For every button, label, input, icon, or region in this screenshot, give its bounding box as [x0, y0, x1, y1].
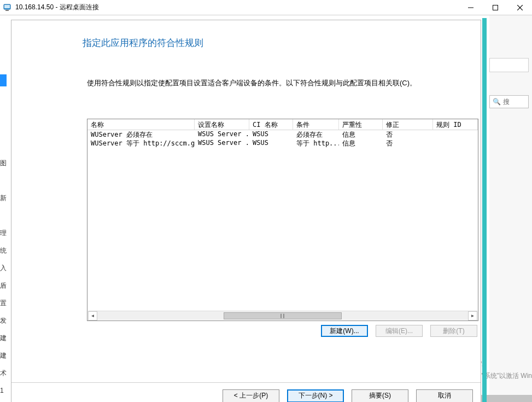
column-header-fix[interactable]: 修正 [383, 119, 433, 130]
column-header-severity[interactable]: 严重性 [339, 119, 383, 130]
scroll-thumb[interactable]: ∥∥ [224, 312, 342, 319]
window-titlebar: 10.168.14.50 - 远程桌面连接 [0, 0, 532, 15]
column-header-ruleid[interactable]: 规则 ID [433, 119, 478, 130]
window-controls [458, 0, 532, 15]
cell-condition: 等于 http... [293, 139, 339, 148]
window-title: 10.168.14.50 - 远程桌面连接 [15, 3, 458, 12]
cell-name: WUServer 等于 http://sccm.g... [87, 139, 195, 148]
wizard-description: 使用符合性规则以指定使配置项目设置适合客户端设备的条件。以下符合性规则与此配置项… [11, 49, 481, 89]
close-button[interactable] [507, 0, 532, 15]
svg-rect-4 [493, 5, 498, 10]
table-row[interactable]: WUServer 必须存在 WSUS Server ... WSUS 必须存在 … [87, 130, 478, 139]
wizard-button-bar: < 上一步(P) 下一步(N) > 摘要(S) 取消 [11, 382, 481, 402]
cell-ruleid [433, 139, 478, 148]
background-panel: 🔍 搜 [489, 15, 532, 402]
rule-buttons-row: 新建(W)... 编辑(E)... 删除(T) [321, 325, 477, 337]
previous-button[interactable]: < 上一步(P) [223, 389, 279, 403]
compliance-rules-wizard: 指定此应用程序的符合性规则 使用符合性规则以指定使配置项目设置适合客户端设备的条… [11, 20, 481, 402]
cancel-button[interactable]: 取消 [416, 389, 473, 403]
cell-ruleid [433, 130, 478, 139]
right-accent-stripe [482, 18, 487, 402]
cell-setting: WSUS Server ... [195, 139, 249, 148]
cell-severity: 信息 [339, 130, 383, 139]
left-clipped-strip: 图新理统入盾置发建建术18 [0, 15, 7, 402]
search-placeholder: 搜 [503, 97, 510, 107]
next-button[interactable]: 下一步(N) > [287, 389, 344, 403]
edit-rule-button[interactable]: 编辑(E)... [376, 325, 423, 337]
cell-condition: 必须存在 [293, 130, 339, 139]
listview-header-row: 名称 设置名称 CI 名称 条件 严重性 修正 规则 ID [87, 119, 478, 130]
cell-setting: WSUS Server ... [195, 130, 249, 139]
column-header-name[interactable]: 名称 [87, 119, 195, 130]
scroll-left-arrow-icon[interactable]: ◄ [88, 311, 97, 321]
summary-button[interactable]: 摘要(S) [352, 389, 408, 403]
cell-name: WUServer 必须存在 [87, 130, 195, 139]
background-search-box[interactable]: 🔍 搜 [489, 95, 529, 108]
column-header-ci[interactable]: CI 名称 [249, 119, 293, 130]
cell-fix: 否 [383, 139, 433, 148]
scroll-track[interactable]: ∥∥ [97, 311, 468, 321]
cell-fix: 否 [383, 130, 433, 139]
svg-rect-1 [4, 5, 10, 8]
rules-listview[interactable]: 名称 设置名称 CI 名称 条件 严重性 修正 规则 ID WUServer 必… [87, 119, 478, 321]
rdp-icon [3, 3, 12, 12]
background-address-fragment [489, 58, 529, 72]
minimize-button[interactable] [458, 0, 483, 15]
listview-horizontal-scrollbar[interactable]: ◄ ∥∥ ► [88, 311, 477, 320]
wizard-title: 指定此应用程序的符合性规则 [11, 20, 481, 49]
svg-rect-2 [5, 10, 9, 11]
column-header-condition[interactable]: 条件 [293, 119, 339, 130]
column-header-setting[interactable]: 设置名称 [195, 119, 249, 130]
cell-ci: WSUS [249, 130, 293, 139]
cell-ci: WSUS [249, 139, 293, 148]
scroll-right-arrow-icon[interactable]: ► [468, 311, 477, 321]
maximize-button[interactable] [483, 0, 507, 15]
delete-rule-button[interactable]: 删除(T) [430, 325, 477, 337]
new-rule-button[interactable]: 新建(W)... [321, 325, 368, 337]
search-icon: 🔍 [493, 98, 501, 106]
table-row[interactable]: WUServer 等于 http://sccm.g... WSUS Server… [87, 139, 478, 148]
cell-severity: 信息 [339, 139, 383, 148]
left-selected-row-fragment [0, 74, 7, 86]
